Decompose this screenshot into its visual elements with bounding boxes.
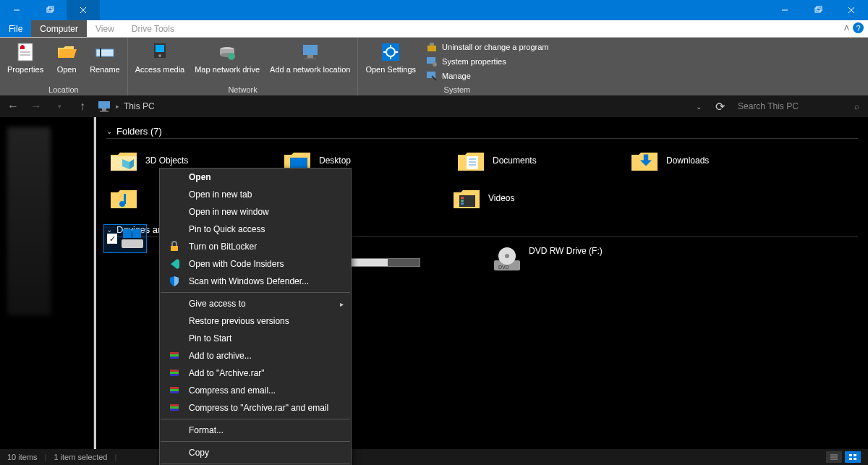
svg-rect-71 [170,409,179,411]
svg-rect-65 [170,374,179,376]
folder-videos[interactable]: Videos [449,182,594,214]
tab-drive-tools[interactable]: Drive Tools [123,20,183,37]
refresh-button[interactable]: ⟳ [712,100,728,114]
svg-rect-15 [96,49,114,56]
cm-compress-rar-email[interactable]: Compress to "Archive.rar" and email [160,399,351,417]
checkbox-icon[interactable]: ✓ [107,234,117,244]
cm-compress-email[interactable]: Compress and email... [160,382,351,399]
cm-open-window[interactable]: Open in new window [160,203,351,221]
titlebar-minimize-left[interactable] [0,0,33,20]
breadcrumb-chevron-icon[interactable]: ▸ [116,103,119,110]
svg-rect-25 [307,55,313,58]
svg-rect-75 [849,454,852,456]
cm-give-access[interactable]: Give access to▸ [160,295,351,312]
svg-rect-64 [170,372,179,374]
ribbon: Properties Open Rename Location Access m… [0,38,868,95]
access-media-button[interactable]: Access media [132,39,187,84]
nav-tree-obscured [7,127,51,315]
cm-add-archive-rar[interactable]: Add to "Archive.rar" [160,364,351,382]
svg-rect-37 [427,72,435,78]
cm-copy[interactable]: Copy [160,444,351,461]
cm-add-archive[interactable]: Add to archive... [160,347,351,364]
uninstall-button[interactable]: Uninstall or change a program [423,41,551,53]
address-dropdown-icon[interactable]: ⌄ [696,103,706,111]
cm-pin-start[interactable]: Pin to Start [160,330,351,347]
section-folders-label: Folders (7) [116,126,162,137]
breadcrumb-this-pc[interactable]: This PC [124,101,155,111]
navigation-pane[interactable] [0,117,94,449]
open-settings-button[interactable]: Open Settings [362,39,419,84]
svg-rect-42 [467,156,478,169]
section-folders[interactable]: ⌄ Folders (7) [106,126,858,139]
search-icon: ⌕ [854,101,859,111]
svg-rect-38 [98,101,110,108]
code-icon [169,258,180,270]
svg-rect-66 [170,387,179,389]
nav-up-button[interactable]: ↑ [74,98,91,115]
cm-code-insiders[interactable]: Open with Code Insiders [160,255,351,273]
ribbon-group-location: Properties Open Rename Location [0,38,128,95]
help-icon[interactable]: ? [853,22,864,33]
cm-restore[interactable]: Restore previous versions [160,312,351,330]
cm-separator [161,292,350,293]
status-selected-count: 1 item selected [54,453,107,461]
folder-label: Downloads [666,155,709,166]
address-box[interactable]: ▸ This PC ⌄ [97,98,706,114]
ribbon-collapse-icon[interactable]: ᐱ [844,24,849,32]
tab-computer[interactable]: Computer [31,20,87,37]
search-input[interactable]: Search This PC ⌕ [733,98,864,114]
tab-view[interactable]: View [87,20,123,37]
cm-pin-quick-access[interactable]: Pin to Quick access [160,221,351,238]
drive-selected[interactable]: ✓ [103,224,147,253]
context-menu: Open Open in new tab Open in new window … [159,168,352,465]
tab-file[interactable]: File [0,20,31,37]
map-drive-button[interactable]: Map network drive [192,39,263,84]
folder-documents[interactable]: Documents [454,145,598,176]
cm-open-tab[interactable]: Open in new tab [160,186,351,203]
group-label-system: System [362,84,551,94]
svg-rect-26 [305,58,316,59]
winrar-icon [169,367,180,379]
nav-recent-dropdown[interactable]: ▾ [51,98,68,115]
status-bar: 10 items | 1 item selected | [0,449,868,465]
manage-button[interactable]: Manage [423,70,551,82]
svg-rect-2 [48,7,54,11]
window-maximize-button[interactable] [801,0,835,20]
view-details-button[interactable] [826,451,842,463]
svg-rect-67 [170,389,179,391]
view-icons-button[interactable] [845,451,861,463]
chevron-down-icon: ⌄ [106,127,112,135]
nav-forward-button[interactable]: → [27,98,45,115]
window-close-button[interactable] [835,0,868,20]
ribbon-group-system: Open Settings Uninstall or change a prog… [358,38,556,95]
access-media-label: Access media [135,65,184,74]
cm-defender[interactable]: Scan with Windows Defender... [160,273,351,290]
properties-button[interactable]: Properties [4,39,46,84]
cm-open[interactable]: Open [160,168,351,186]
cm-format[interactable]: Format... [160,422,351,439]
drive-dvd[interactable]: DVD DVD RW Drive (F:) [490,243,649,282]
svg-rect-60 [170,352,179,354]
folder-downloads[interactable]: Downloads [627,145,772,176]
folder-label: 3D Objects [145,155,188,166]
this-pc-icon [97,99,111,114]
titlebar-restore-left[interactable] [33,0,67,20]
cm-separator [161,441,350,442]
svg-point-57 [505,254,509,258]
titlebar-close-left[interactable] [67,0,100,20]
add-location-button[interactable]: Add a network location [267,39,353,84]
cm-bitlocker[interactable]: Turn on BitLocker [160,238,351,255]
rename-button[interactable]: Rename [87,39,123,84]
nav-back-button[interactable]: ← [4,98,22,115]
properties-label: Properties [7,65,43,74]
system-props-button[interactable]: System properties [423,56,551,67]
manage-label: Manage [442,72,471,80]
ribbon-tabbar: File Computer View Drive Tools ᐱ ? [0,20,868,38]
window-minimize-button[interactable] [768,0,801,20]
search-placeholder: Search This PC [738,101,799,111]
map-drive-label: Map network drive [195,65,260,74]
svg-rect-34 [430,43,434,46]
folder-music[interactable] [106,182,164,214]
open-button[interactable]: Open [51,39,82,84]
svg-rect-7 [817,7,822,11]
